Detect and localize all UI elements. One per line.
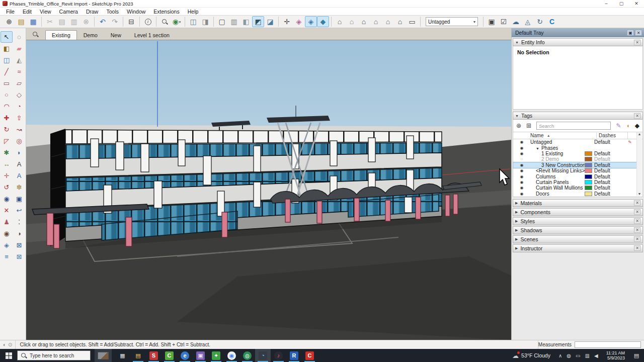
display-section-planes-icon[interactable]: ◈ bbox=[293, 16, 305, 27]
tag-dashes-value[interactable]: Default bbox=[594, 179, 623, 185]
zoom-extents-tool[interactable]: ✕ bbox=[1, 205, 13, 216]
dimension-tool[interactable]: ↔ bbox=[1, 158, 13, 170]
taskbar-app-file-explorer[interactable]: ▤ bbox=[130, 349, 146, 362]
entity-info-header[interactable]: ▼ Entity Info ✕ bbox=[513, 38, 643, 46]
tag-row[interactable]: ◉▼Phases bbox=[513, 145, 636, 150]
polygon-tool[interactable]: ◇ bbox=[13, 89, 25, 101]
visibility-eye-icon[interactable]: ◉ bbox=[513, 180, 530, 185]
pie-tool[interactable]: ◔ bbox=[13, 101, 25, 112]
freehand-tool[interactable]: ≈ bbox=[13, 66, 25, 77]
menu-tools[interactable]: Tools bbox=[102, 9, 123, 15]
tag-color-swatch[interactable] bbox=[585, 186, 592, 190]
visibility-eye-icon[interactable]: ◉ bbox=[513, 168, 530, 173]
walk-tool[interactable]: ⁚ bbox=[13, 216, 25, 228]
taskbar-app-music-app[interactable]: ♪ bbox=[271, 349, 286, 362]
taskbar-app-chrome[interactable]: ◉ bbox=[224, 349, 239, 362]
visibility-eye-icon[interactable]: ◉ bbox=[513, 140, 530, 144]
close-button[interactable]: ✕ bbox=[629, 0, 644, 7]
tag-row[interactable]: ○2 DemoDefault bbox=[513, 156, 636, 162]
extension-warehouse-icon[interactable]: ↻ bbox=[534, 16, 546, 27]
hidden-icons-chevron[interactable]: ∧ bbox=[558, 353, 562, 358]
panel-header-shadows[interactable]: ▶Shadows✕ bbox=[513, 226, 643, 234]
tag-color-swatch[interactable] bbox=[585, 157, 592, 161]
name-column-header[interactable]: Name bbox=[530, 133, 544, 138]
scale-tool[interactable]: ◸ bbox=[1, 135, 13, 147]
3d-warehouse-icon[interactable]: ◬ bbox=[522, 16, 534, 27]
delete-icon[interactable]: ⊗ bbox=[80, 16, 92, 27]
rectangle-tool[interactable]: ▭ bbox=[1, 77, 13, 89]
viewport-3d[interactable] bbox=[26, 40, 511, 340]
section-plane-tool-icon[interactable]: ✛ bbox=[281, 16, 293, 27]
lasso-tool[interactable]: ◌ bbox=[13, 31, 25, 43]
taskbar-app-earth-viewer[interactable]: ◍ bbox=[239, 349, 255, 362]
menu-view[interactable]: View bbox=[36, 9, 55, 15]
scene-tab-existing[interactable]: Existing bbox=[45, 30, 77, 40]
panel-close-icon[interactable]: ✕ bbox=[634, 245, 640, 251]
edit-pencil-icon[interactable]: ✎ bbox=[616, 122, 621, 129]
tag-row[interactable]: ◉ColumnsDefault bbox=[513, 173, 636, 179]
tag-dashes-value[interactable]: Default bbox=[594, 174, 623, 179]
tag-color-swatch[interactable] bbox=[585, 180, 592, 185]
undo-icon[interactable]: ↶ bbox=[97, 16, 109, 27]
view-right-icon[interactable]: ⌂ bbox=[370, 16, 382, 27]
tag-color-swatch[interactable] bbox=[585, 174, 592, 179]
scene-tab-level-1-section[interactable]: Level 1 section bbox=[128, 30, 176, 40]
dashes-column-header[interactable]: Dashes bbox=[596, 133, 627, 138]
tape-measure-tool[interactable]: ✱ bbox=[1, 147, 13, 158]
menu-extensions[interactable]: Extensions bbox=[149, 9, 183, 15]
new-icon[interactable]: ⊕ bbox=[3, 16, 15, 27]
select-tool[interactable]: ↖ bbox=[1, 31, 13, 43]
panel-header-instructor[interactable]: ▶Instructor✕ bbox=[513, 244, 643, 252]
entity-info-close-icon[interactable]: ✕ bbox=[634, 40, 640, 45]
wireframe-style-icon[interactable]: ▢ bbox=[216, 16, 228, 27]
view-left-icon[interactable]: ⌂ bbox=[394, 16, 406, 27]
protractor-tool[interactable]: ◗ bbox=[13, 147, 25, 158]
3d-text-tool[interactable]: A bbox=[13, 170, 25, 182]
model-view[interactable] bbox=[26, 40, 511, 340]
tag-dashes-value[interactable]: Default bbox=[594, 185, 623, 191]
share-model-icon[interactable]: ☁ bbox=[510, 16, 522, 27]
menu-window[interactable]: Window bbox=[123, 9, 149, 15]
back-edges-style-icon[interactable]: ◨ bbox=[199, 16, 211, 27]
offset-tool[interactable]: ◎ bbox=[13, 135, 25, 147]
axes-tool[interactable]: ✛ bbox=[1, 170, 13, 182]
visibility-eye-icon[interactable]: ◉ bbox=[513, 174, 530, 179]
view-iso-icon[interactable]: ⌂ bbox=[334, 16, 346, 27]
tags-search-input[interactable] bbox=[536, 122, 611, 130]
tag-dashes-value[interactable]: Default bbox=[594, 191, 623, 197]
visibility-eye-icon[interactable]: ○ bbox=[513, 157, 530, 161]
tag-color-swatch[interactable] bbox=[585, 151, 592, 156]
taskbar-app-camtasia-recorder[interactable]: C bbox=[302, 349, 317, 362]
pan-tool[interactable]: ✽ bbox=[13, 182, 25, 193]
taskbar-app-revit[interactable]: R bbox=[286, 349, 302, 362]
tag-dashes-value[interactable]: Default bbox=[594, 139, 623, 145]
tags-grid-header[interactable]: Name ▲ Dashes bbox=[513, 132, 642, 139]
model-checkup-icon[interactable]: ☑ bbox=[498, 16, 510, 27]
menu-camera[interactable]: Camera bbox=[55, 9, 82, 15]
taskbar-app-trimble-app[interactable]: ◔ bbox=[255, 349, 271, 362]
tag-row[interactable]: ◉3 New ConstructionDefault bbox=[513, 162, 636, 168]
panel-header-components[interactable]: ▶Components✕ bbox=[513, 208, 643, 216]
rotated-rectangle-tool[interactable]: ▱ bbox=[13, 77, 25, 89]
tag-color-swatch[interactable] bbox=[585, 168, 592, 173]
tag-dropdown[interactable]: Untagged▾ bbox=[426, 17, 478, 26]
scene-search-icon[interactable] bbox=[32, 31, 38, 37]
cut-icon[interactable]: ✂ bbox=[44, 16, 56, 27]
weather-widget[interactable]: ☁ 53°F Cloudy bbox=[508, 352, 554, 359]
tag-dashes-value[interactable]: Default bbox=[594, 168, 623, 173]
tag-row[interactable]: ◉1 ExistingDefault bbox=[513, 151, 636, 156]
add-tag-icon[interactable]: ⊕ bbox=[516, 122, 521, 129]
layers-tool-tool[interactable]: ≡ bbox=[1, 251, 13, 262]
purge-tags-icon[interactable]: ◖ bbox=[626, 122, 630, 129]
tag-row[interactable]: ◉UntaggedDefault✎ bbox=[513, 139, 636, 145]
display-section-fill-icon[interactable]: ◆ bbox=[317, 16, 329, 27]
scroll-up-icon[interactable]: ▲ bbox=[638, 132, 641, 136]
menu-help[interactable]: Help bbox=[184, 9, 203, 15]
tray-close-icon[interactable]: ✕ bbox=[635, 30, 642, 36]
open-window-thumbnail[interactable] bbox=[95, 349, 112, 362]
menu-draw[interactable]: Draw bbox=[82, 9, 103, 15]
panel-header-styles[interactable]: ▶Styles✕ bbox=[513, 217, 643, 225]
tag-row[interactable]: ◉<Revit Missing Links>Default bbox=[513, 168, 636, 173]
model-info-icon[interactable]: i bbox=[142, 16, 154, 27]
panel-close-icon[interactable]: ✕ bbox=[634, 218, 640, 224]
